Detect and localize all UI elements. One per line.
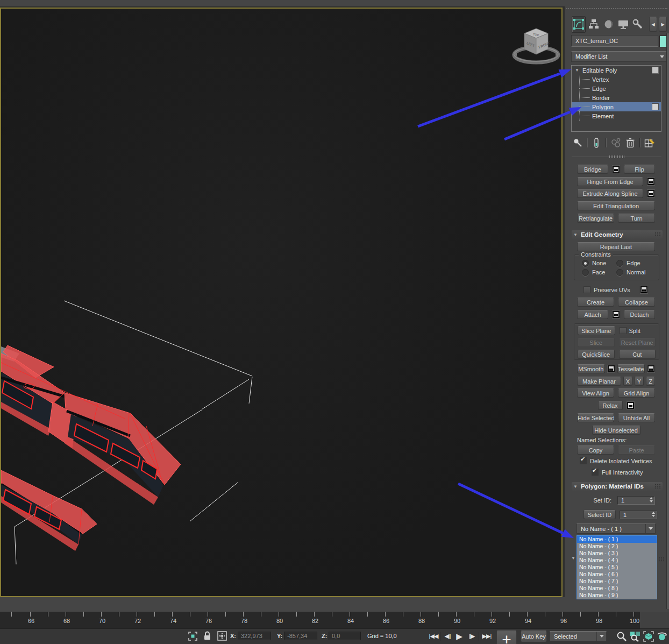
selected-ship-model-2[interactable]	[1, 470, 97, 551]
zoom-extents-icon[interactable]	[643, 631, 654, 642]
spinner-arrows-icon[interactable]	[652, 512, 655, 517]
material-ids-rollout-header[interactable]: ▼ Polygon: Material IDs	[572, 482, 663, 491]
preserve-uvs-settings-icon[interactable]	[640, 286, 648, 294]
rollout-grip-icon[interactable]	[654, 232, 661, 237]
turn-button[interactable]: Turn	[618, 214, 655, 223]
flip-button[interactable]: Flip	[624, 165, 655, 174]
chevron-down-icon[interactable]	[657, 52, 666, 61]
bridge-settings-icon[interactable]	[612, 165, 620, 173]
y-coordinate-field[interactable]: -857,34	[284, 632, 317, 640]
edit-geometry-rollout-header[interactable]: ▼ Edit Geometry	[572, 230, 663, 239]
viewport-canvas[interactable]: TOP LEFT FRONT	[0, 8, 563, 597]
retriangulate-button[interactable]: Retriangulate	[577, 214, 614, 223]
selection-lock-icon[interactable]	[203, 631, 211, 641]
make-unique-icon[interactable]	[611, 138, 621, 148]
auto-key-button[interactable]: Auto Key	[521, 631, 547, 642]
attach-button[interactable]: Attach	[577, 310, 608, 319]
stack-item-vertex[interactable]: Vertex	[572, 75, 661, 84]
tab-motion[interactable]	[602, 17, 615, 32]
viewcube[interactable]: TOP LEFT FRONT	[512, 29, 560, 62]
view-align-button[interactable]: View Align	[577, 388, 614, 398]
next-frame-button[interactable]: ||▶	[466, 631, 478, 642]
set-id-spinner[interactable]: 1	[617, 496, 655, 505]
hidden-rollout-collapse-icon[interactable]: ▼	[571, 556, 575, 561]
split-checkbox[interactable]	[620, 327, 627, 334]
make-planar-button[interactable]: Make Planar	[577, 377, 621, 386]
dropdown-item[interactable]: No Name - ( 6 )	[577, 571, 657, 578]
zoom-all-icon[interactable]	[630, 631, 640, 642]
hidden-rollout-grip-icon[interactable]	[658, 557, 665, 562]
extrude-spline-settings-icon[interactable]	[647, 189, 655, 197]
selected-ship-model[interactable]	[1, 345, 181, 505]
stack-item-border[interactable]: Border	[572, 93, 661, 102]
dropdown-item[interactable]: No Name - ( 4 )	[577, 557, 657, 564]
dropdown-item[interactable]: No Name - ( 3 )	[577, 550, 657, 557]
panel-scroll-right-button[interactable]: ▶	[659, 17, 667, 32]
constraint-normal-radio[interactable]: Normal	[616, 269, 645, 276]
selection-region-icon[interactable]	[188, 632, 197, 641]
msmooth-button[interactable]: MSmooth	[577, 364, 605, 373]
planar-z-button[interactable]: Z	[646, 377, 655, 386]
stack-item-editable-poly[interactable]: ▼ Editable Poly	[572, 66, 661, 75]
rollout-grip-icon[interactable]	[654, 484, 661, 489]
tab-display[interactable]	[617, 17, 630, 32]
paste-button[interactable]: Paste	[618, 445, 655, 455]
selection-filter-combo[interactable]: Selected	[550, 631, 607, 641]
hinge-from-edge-button[interactable]: Hinge From Edge	[577, 177, 643, 186]
delete-isolated-vertices-checkbox[interactable]: ✔	[580, 457, 587, 464]
hide-unselected-button[interactable]: Hide Unselected	[592, 426, 640, 435]
modifier-onoff-icon[interactable]	[652, 67, 659, 74]
bridge-button[interactable]: Bridge	[577, 165, 608, 174]
timeline-ruler[interactable]: 66 68 70 72 74 76 78 80 82 84 86 88 90 9…	[0, 612, 640, 628]
msmooth-settings-icon[interactable]	[607, 365, 615, 373]
configure-modifier-sets-icon[interactable]	[644, 138, 655, 148]
material-name-combo[interactable]: No Name - ( 1 )	[577, 523, 656, 534]
hinge-settings-icon[interactable]	[647, 178, 655, 186]
z-coordinate-field[interactable]: 0,0	[329, 632, 361, 640]
constraint-none-radio[interactable]: None	[582, 260, 616, 267]
panel-scroll-left-button[interactable]: ◀	[649, 17, 657, 32]
relax-settings-icon[interactable]	[627, 401, 635, 409]
go-to-end-button[interactable]: ▶▶|	[480, 631, 493, 642]
object-name-field[interactable]: XTC_terran_DC	[571, 35, 658, 47]
split-checkbox-wrap[interactable]: Split	[620, 326, 656, 335]
suboject-icon[interactable]	[652, 103, 659, 110]
stack-item-polygon[interactable]: Polygon	[572, 102, 661, 111]
remove-modifier-icon[interactable]	[625, 138, 635, 148]
go-to-start-button[interactable]: |◀◀	[427, 631, 440, 642]
zoom-icon[interactable]	[616, 631, 627, 642]
grid-align-button[interactable]: Grid Align	[618, 388, 655, 398]
rollout-collapse-icon[interactable]: ▼	[573, 232, 578, 237]
panel-scrollbar[interactable]	[666, 33, 669, 609]
select-id-spinner[interactable]: 1	[620, 511, 657, 519]
constraint-face-radio[interactable]: Face	[582, 269, 616, 276]
select-id-button[interactable]: Select ID	[583, 510, 616, 519]
chevron-down-icon[interactable]	[645, 524, 655, 533]
spinner-arrows-icon[interactable]	[650, 497, 653, 503]
attach-settings-icon[interactable]	[612, 310, 620, 319]
planar-x-button[interactable]: X	[623, 377, 632, 386]
edit-triangulation-button[interactable]: Edit Triangulation	[577, 201, 655, 210]
detach-button[interactable]: Detach	[624, 310, 655, 319]
create-button[interactable]: Create	[577, 298, 614, 307]
dropdown-item[interactable]: No Name - ( 9 )	[577, 592, 657, 599]
expand-triangle-icon[interactable]: ▼	[575, 68, 579, 73]
rollout-splitter[interactable]	[572, 157, 661, 158]
quickslice-button[interactable]: QuickSlice	[578, 350, 615, 359]
chevron-down-icon[interactable]	[596, 632, 606, 641]
tessellate-settings-icon[interactable]	[647, 365, 655, 373]
stack-item-edge[interactable]: Edge	[572, 84, 661, 93]
modifier-list-dropdown[interactable]: Modifier List	[571, 51, 667, 62]
slice-button[interactable]: Slice	[578, 338, 615, 347]
slice-plane-button[interactable]: Slice Plane	[578, 326, 615, 335]
orbit-icon[interactable]	[657, 631, 667, 642]
tessellate-button[interactable]: Tessellate	[617, 364, 645, 373]
play-button[interactable]: ▶	[453, 631, 465, 642]
dropdown-item[interactable]: No Name - ( 5 )	[577, 564, 657, 571]
copy-button[interactable]: Copy	[577, 445, 614, 455]
repeat-last-button[interactable]: Repeat Last	[577, 242, 655, 251]
reset-plane-button[interactable]: Reset Plane	[619, 338, 656, 347]
absolute-mode-icon[interactable]	[217, 631, 227, 641]
collapse-button[interactable]: Collapse	[618, 298, 655, 307]
hide-selected-button[interactable]: Hide Selected	[577, 413, 614, 422]
